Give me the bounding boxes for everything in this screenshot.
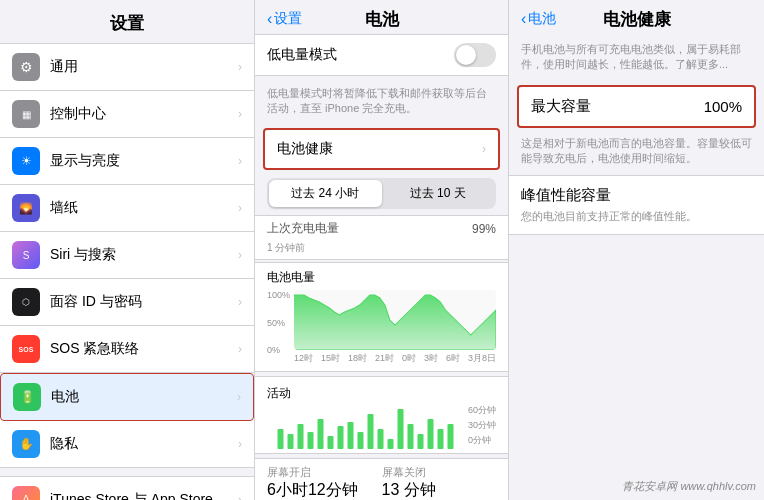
battery-health-content: 手机电池与所有可充电电池类似，属于易耗部件，使用时间越长，性能越低。了解更多..…: [509, 34, 764, 500]
faceid-arrow: ›: [238, 295, 242, 309]
svg-rect-12: [397, 409, 403, 449]
low-power-desc: 低电量模式时将暂降低下载和邮件获取等后台活动，直至 iPhone 完全充电。: [255, 80, 508, 124]
faceid-label: 面容 ID 与密码: [50, 293, 238, 311]
wallpaper-icon: 🌄: [12, 194, 40, 222]
svg-rect-2: [297, 424, 303, 449]
itunes-label: iTunes Store 与 App Store: [50, 491, 238, 500]
settings-group-2: A iTunes Store 与 App Store › W 钱包与 Apple…: [0, 476, 254, 500]
last-charge-sub: 1 分钟前: [255, 241, 508, 259]
sidebar-item-general[interactable]: ⚙ 通用 ›: [0, 44, 254, 91]
settings-title: 设置: [0, 0, 254, 43]
svg-rect-17: [447, 424, 453, 449]
time-tabs: 过去 24 小时 过去 10 天: [267, 178, 496, 209]
siri-label: Siri 与搜索: [50, 246, 238, 264]
peak-performance-section: 峰值性能容量 您的电池目前支持正常的峰值性能。: [509, 175, 764, 235]
sidebar-item-display[interactable]: ☀ 显示与亮度 ›: [0, 138, 254, 185]
svg-rect-0: [277, 429, 283, 449]
tab-24h[interactable]: 过去 24 小时: [269, 180, 382, 207]
battery-chart: [294, 290, 496, 350]
svg-rect-13: [407, 424, 413, 449]
general-label: 通用: [50, 58, 238, 76]
battery-title: 电池: [365, 8, 399, 31]
battery-health-header: ‹ 电池 电池健康: [509, 0, 764, 34]
watermark: 青花安卓网 www.qhhlv.com: [622, 479, 756, 494]
low-power-toggle[interactable]: [454, 43, 496, 67]
sos-label: SOS 紧急联络: [50, 340, 238, 358]
chart-0-label: 0%: [267, 345, 290, 355]
svg-rect-3: [307, 432, 313, 449]
chart-time-5: 0时: [402, 352, 416, 365]
svg-rect-6: [337, 426, 343, 449]
battery-level-label: 电池电量: [267, 269, 496, 286]
sidebar-item-privacy[interactable]: ✋ 隐私 ›: [0, 421, 254, 467]
back-label: 设置: [274, 10, 302, 28]
svg-rect-11: [387, 439, 393, 449]
sidebar-item-wallpaper[interactable]: 🌄 墙纸 ›: [0, 185, 254, 232]
battery-health-arrow: ›: [482, 142, 486, 156]
activity-label-30: 30分钟: [468, 419, 496, 432]
max-capacity-value: 100%: [704, 98, 742, 115]
sos-arrow: ›: [238, 342, 242, 356]
battery-icon: 🔋: [13, 383, 41, 411]
peak-desc: 您的电池目前支持正常的峰值性能。: [509, 209, 764, 234]
chart-100-label: 100%: [267, 290, 290, 300]
battery-health-panel: ‹ 电池 电池健康 手机电池与所有可充电电池类似，属于易耗部件，使用时间越长，性…: [509, 0, 764, 500]
sidebar-item-control[interactable]: ▦ 控制中心 ›: [0, 91, 254, 138]
low-power-row: 低电量模式: [255, 35, 508, 75]
wallpaper-label: 墙纸: [50, 199, 238, 217]
privacy-icon: ✋: [12, 430, 40, 458]
back-button[interactable]: ‹ 设置: [267, 10, 302, 28]
control-icon: ▦: [12, 100, 40, 128]
chart-time-6: 3时: [424, 352, 438, 365]
low-power-label: 低电量模式: [267, 46, 337, 64]
svg-rect-7: [347, 422, 353, 449]
faceid-icon: ⬡: [12, 288, 40, 316]
back-chevron-icon: ‹: [267, 10, 272, 28]
screen-off-value: 13 分钟: [382, 480, 497, 500]
screen-on-value: 6小时12分钟: [267, 480, 382, 500]
sidebar-item-battery[interactable]: 🔋 电池 ›: [0, 373, 254, 421]
display-icon: ☀: [12, 147, 40, 175]
screen-on-label: 屏幕开启: [267, 465, 382, 480]
last-charge-row: 上次充电电量 99%: [255, 216, 508, 241]
peak-label: 峰值性能容量: [509, 176, 764, 209]
chart-50-label: 50%: [267, 318, 290, 328]
sidebar-item-itunes[interactable]: A iTunes Store 与 App Store ›: [0, 477, 254, 500]
svg-rect-4: [317, 419, 323, 449]
sos-icon: SOS: [12, 335, 40, 363]
screen-off-label: 屏幕关闭: [382, 465, 497, 480]
settings-list: ⚙ 通用 › ▦ 控制中心 › ☀ 显示与亮度 › 🌄 墙纸 › S Siri: [0, 43, 254, 500]
chart-time-8: 3月8日: [468, 352, 496, 365]
itunes-icon: A: [12, 486, 40, 500]
last-charge-label: 上次充电电量: [267, 220, 339, 237]
control-arrow: ›: [238, 107, 242, 121]
battery-panel: ‹ 设置 电池 低电量模式 低电量模式时将暂降低下载和邮件获取等后台活动，直至 …: [255, 0, 509, 500]
right-back-label: 电池: [528, 10, 556, 28]
svg-rect-9: [367, 414, 373, 449]
right-title: 电池健康: [603, 8, 671, 31]
battery-content: 低电量模式 低电量模式时将暂降低下载和邮件获取等后台活动，直至 iPhone 完…: [255, 34, 508, 500]
svg-rect-1: [287, 434, 293, 449]
settings-panel: 设置 ⚙ 通用 › ▦ 控制中心 › ☀ 显示与亮度 › 🌄 墙纸 ›: [0, 0, 255, 500]
svg-rect-5: [327, 436, 333, 449]
max-capacity-label: 最大容量: [531, 97, 591, 116]
tab-10d[interactable]: 过去 10 天: [382, 180, 495, 207]
chart-time-1: 12时: [294, 352, 313, 365]
general-arrow: ›: [238, 60, 242, 74]
chart-time-7: 6时: [446, 352, 460, 365]
settings-group-1: ⚙ 通用 › ▦ 控制中心 › ☀ 显示与亮度 › 🌄 墙纸 › S Siri: [0, 43, 254, 468]
battery-header: ‹ 设置 电池: [255, 0, 508, 34]
svg-rect-10: [377, 429, 383, 449]
activity-label: 活动: [255, 381, 508, 404]
sidebar-item-faceid[interactable]: ⬡ 面容 ID 与密码 ›: [0, 279, 254, 326]
right-back-chevron-icon: ‹: [521, 10, 526, 28]
sidebar-item-sos[interactable]: SOS SOS 紧急联络 ›: [0, 326, 254, 373]
right-back-button[interactable]: ‹ 电池: [521, 10, 556, 28]
activity-label-60: 60分钟: [468, 404, 496, 417]
screen-on-stat: 屏幕开启 6小时12分钟: [267, 465, 382, 500]
control-label: 控制中心: [50, 105, 238, 123]
sidebar-item-siri[interactable]: S Siri 与搜索 ›: [0, 232, 254, 279]
svg-rect-14: [417, 434, 423, 449]
battery-health-row[interactable]: 电池健康 ›: [263, 128, 500, 170]
max-capacity-desc: 这是相对于新电池而言的电池容量。容量较低可能导致充电后，电池使用时间缩短。: [509, 132, 764, 175]
